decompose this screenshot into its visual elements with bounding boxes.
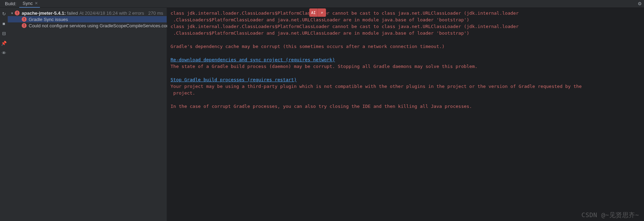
error-icon: ! xyxy=(15,11,20,15)
build-panel-header: Build: Sync ✕ ⚙ xyxy=(0,0,644,8)
close-icon[interactable]: ✕ xyxy=(35,1,38,6)
tree-child-row[interactable]: ! Gradle Sync issues xyxy=(8,16,167,22)
tool-gutter: ↻ ■ ⊟ 📌 👁 xyxy=(0,8,8,221)
tree-child-label: Could not configure services using Gradl… xyxy=(29,23,183,28)
redownload-link[interactable]: Re-download dependencies and sync projec… xyxy=(171,57,335,62)
watermark-text: CSDN @~见贤思齐~ xyxy=(581,212,639,218)
console-float-toolbar: AI ⌕ xyxy=(309,8,326,17)
pin-icon[interactable]: 📌 xyxy=(1,41,6,46)
error-icon: ! xyxy=(22,23,27,28)
console-error-line: In the case of corrupt Gradle processes,… xyxy=(171,103,640,110)
console-error-line: class jdk.internal.loader.ClassLoaders$P… xyxy=(171,10,640,23)
tab-label: Sync xyxy=(23,1,33,6)
error-icon: ! xyxy=(22,17,27,22)
project-name: apache-jmeter-5.4.1: xyxy=(22,11,66,16)
stop-icon[interactable]: ■ xyxy=(1,21,6,26)
project-duration: 270 ms xyxy=(148,11,163,16)
console-blank-line xyxy=(171,70,640,76)
search-icon[interactable]: ⌕ xyxy=(318,8,326,17)
main-area: ↻ ■ ⊟ 📌 👁 ▾ ! apache-jmeter-5.4.1: faile… xyxy=(0,8,644,221)
refresh-icon[interactable]: ↻ xyxy=(1,11,6,16)
ai-assist-button[interactable]: AI xyxy=(309,8,318,17)
build-tree: ▾ ! apache-jmeter-5.4.1: failed At 2024/… xyxy=(8,8,167,221)
project-status: failed xyxy=(66,11,78,16)
chevron-down-icon[interactable]: ▾ xyxy=(10,11,14,15)
console-error-line: Gradle's dependency cache may be corrupt… xyxy=(171,43,640,50)
panel-title: Build: xyxy=(2,1,19,6)
build-console: AI ⌕ class jdk.internal.loader.ClassLoad… xyxy=(167,8,644,221)
console-blank-line xyxy=(171,50,640,56)
console-error-line: The state of a Gradle build process (dae… xyxy=(171,63,640,70)
tree-root-row[interactable]: ▾ ! apache-jmeter-5.4.1: failed At 2024/… xyxy=(8,10,167,16)
tab-sync[interactable]: Sync ✕ xyxy=(19,0,40,8)
console-blank-line xyxy=(171,36,640,43)
show-icon[interactable]: 👁 xyxy=(1,50,6,55)
console-blank-line xyxy=(171,96,640,103)
tree-child-row[interactable]: ! Could not configure services using Gra… xyxy=(8,22,167,29)
tree-child-label: Gradle Sync issues xyxy=(29,17,68,22)
collapse-icon[interactable]: ⊟ xyxy=(1,31,6,36)
stop-daemons-link[interactable]: Stop Gradle build processes (requires re… xyxy=(171,77,297,82)
console-error-line: class jdk.internal.loader.ClassLoaders$P… xyxy=(171,23,640,36)
project-meta: At 2024/4/18 16:24 with 2 errors xyxy=(79,11,144,16)
gear-icon[interactable]: ⚙ xyxy=(638,1,642,6)
console-error-line: Your project may be using a third-party … xyxy=(171,83,640,96)
